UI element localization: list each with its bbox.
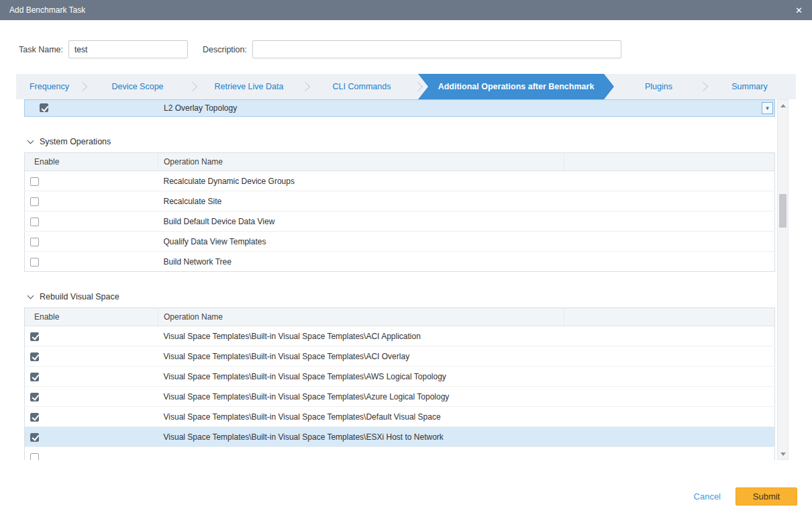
dropdown-button[interactable]: ▾ xyxy=(762,102,773,114)
enable-cell xyxy=(25,171,158,191)
enable-cell xyxy=(25,326,158,346)
add-benchmark-task-dialog: Add Benchmark Task ✕ Task Name: Descript… xyxy=(0,0,812,460)
row-checkbox[interactable] xyxy=(30,413,39,422)
operation-name-cell: Build Default Device Data View xyxy=(158,211,564,232)
column-header-enable: Enable xyxy=(25,153,158,171)
l2-overlay-topology-row[interactable]: L2 Overlay Topology ▾ xyxy=(24,99,775,117)
table-row[interactable]: Visual Space Templates\Built-in Visual S… xyxy=(25,427,775,447)
operation-name-cell: Recalculate Dynamic Device Groups xyxy=(158,171,564,191)
operation-name-cell: Recalculate Site xyxy=(158,191,564,211)
enable-cell xyxy=(25,407,158,427)
table-row[interactable]: Recalculate Dynamic Device Groups xyxy=(25,171,775,191)
table-row[interactable]: Visual Space Templates\Built-in Visual S… xyxy=(25,326,775,346)
row-checkbox[interactable] xyxy=(30,352,39,361)
operation-name-cell xyxy=(158,447,564,461)
blank-cell xyxy=(564,171,775,191)
table-row[interactable]: Qualify Data View Templates xyxy=(25,232,775,252)
enable-cell xyxy=(25,191,158,211)
scroll-down-button[interactable] xyxy=(778,448,788,459)
table-row[interactable]: Visual Space Templates\Built-in Visual S… xyxy=(25,407,775,427)
dialog-titlebar: Add Benchmark Task ✕ xyxy=(0,0,812,20)
blank-cell xyxy=(564,447,775,461)
arrow-up-icon xyxy=(780,104,786,107)
task-form: Task Name: Description: xyxy=(0,20,812,74)
blank-cell xyxy=(564,367,775,387)
column-header-enable: Enable xyxy=(25,308,158,326)
operation-name-cell: Visual Space Templates\Built-in Visual S… xyxy=(158,346,564,367)
section-header-system-operations[interactable]: System Operations xyxy=(28,137,775,146)
section-title: Rebuild Visual Space xyxy=(40,292,119,301)
task-name-input[interactable] xyxy=(68,40,188,58)
row-checkbox[interactable] xyxy=(30,197,39,206)
tab-summary[interactable]: Summary xyxy=(703,74,796,99)
scroll-up-button[interactable] xyxy=(778,100,788,111)
table-header-row: EnableOperation Name xyxy=(25,153,775,171)
vertical-scrollbar[interactable] xyxy=(777,99,789,460)
tab-cli-commands[interactable]: CLI Commands xyxy=(305,74,418,99)
scroll-viewport: L2 Overlay Topology ▾ System OperationsE… xyxy=(24,99,775,460)
operation-name-cell: Visual Space Templates\Built-in Visual S… xyxy=(158,326,564,346)
operation-name-cell: Visual Space Templates\Built-in Visual S… xyxy=(158,367,564,387)
sections: System OperationsEnableOperation NameRec… xyxy=(24,137,775,460)
row-checkbox[interactable] xyxy=(30,373,39,381)
table-row[interactable]: Recalculate Site xyxy=(25,191,775,211)
row-checkbox[interactable] xyxy=(30,453,39,460)
operation-name-cell: Visual Space Templates\Built-in Visual S… xyxy=(158,427,564,447)
operation-name: L2 Overlay Topology xyxy=(164,103,237,113)
operation-name-cell: Build Network Tree xyxy=(158,252,564,272)
enable-cell xyxy=(25,447,158,461)
blank-cell xyxy=(564,346,775,367)
row-checkbox[interactable] xyxy=(30,258,39,267)
column-header-blank xyxy=(564,153,775,171)
enable-cell xyxy=(25,232,158,252)
table-row[interactable] xyxy=(25,447,775,461)
cancel-button[interactable]: Cancel xyxy=(694,491,721,502)
row-checkbox[interactable] xyxy=(30,393,39,401)
description-input[interactable] xyxy=(252,40,621,58)
blank-cell xyxy=(564,387,775,407)
operations-table: EnableOperation NameRecalculate Dynamic … xyxy=(24,152,775,272)
enable-cell xyxy=(25,252,158,272)
close-icon[interactable]: ✕ xyxy=(795,6,803,15)
arrow-down-icon xyxy=(780,453,786,456)
row-checkbox[interactable] xyxy=(30,218,39,226)
tab-plugins[interactable]: Plugins xyxy=(614,74,703,99)
operation-name-cell: Qualify Data View Templates xyxy=(158,232,564,252)
row-checkbox[interactable] xyxy=(40,103,48,112)
column-header-operation-name: Operation Name xyxy=(158,308,564,326)
blank-cell xyxy=(564,427,775,447)
blank-cell xyxy=(564,326,775,346)
enable-cell xyxy=(25,346,158,367)
operations-table: EnableOperation NameVisual Space Templat… xyxy=(24,307,775,460)
tab-device-scope[interactable]: Device Scope xyxy=(83,74,193,99)
table-row[interactable]: Build Network Tree xyxy=(25,252,775,272)
row-checkbox[interactable] xyxy=(30,433,39,442)
scrollbar-thumb[interactable] xyxy=(779,194,786,228)
section-title: System Operations xyxy=(40,137,111,146)
wizard-tabbar: FrequencyDevice ScopeRetrieve Live DataC… xyxy=(16,74,796,99)
section-header-rebuild-visual-space[interactable]: Rebuild Visual Space xyxy=(28,292,775,301)
dialog-footer: Cancel Submit xyxy=(694,487,797,506)
enable-cell xyxy=(25,211,158,232)
table-row[interactable]: Build Default Device Data View xyxy=(25,211,775,232)
enable-cell xyxy=(25,387,158,407)
tab-additional-operations-after-benchmark[interactable]: Additional Operations after Benchmark xyxy=(418,74,614,99)
enable-cell xyxy=(25,427,158,447)
tab-frequency[interactable]: Frequency xyxy=(16,74,83,99)
table-row[interactable]: Visual Space Templates\Built-in Visual S… xyxy=(25,387,775,407)
row-checkbox[interactable] xyxy=(30,177,39,186)
tab-retrieve-live-data[interactable]: Retrieve Live Data xyxy=(193,74,305,99)
blank-cell xyxy=(564,232,775,252)
row-checkbox[interactable] xyxy=(30,332,39,341)
task-name-label: Task Name: xyxy=(19,45,63,54)
table-row[interactable]: Visual Space Templates\Built-in Visual S… xyxy=(25,346,775,367)
submit-button[interactable]: Submit xyxy=(735,487,797,506)
blank-cell xyxy=(564,252,775,272)
operation-name-cell: Visual Space Templates\Built-in Visual S… xyxy=(158,407,564,427)
chevron-down-icon: ▾ xyxy=(766,105,769,111)
blank-cell xyxy=(564,407,775,427)
column-header-blank xyxy=(564,308,775,326)
row-checkbox[interactable] xyxy=(30,238,39,246)
chevron-down-icon xyxy=(28,138,34,144)
table-row[interactable]: Visual Space Templates\Built-in Visual S… xyxy=(25,367,775,387)
